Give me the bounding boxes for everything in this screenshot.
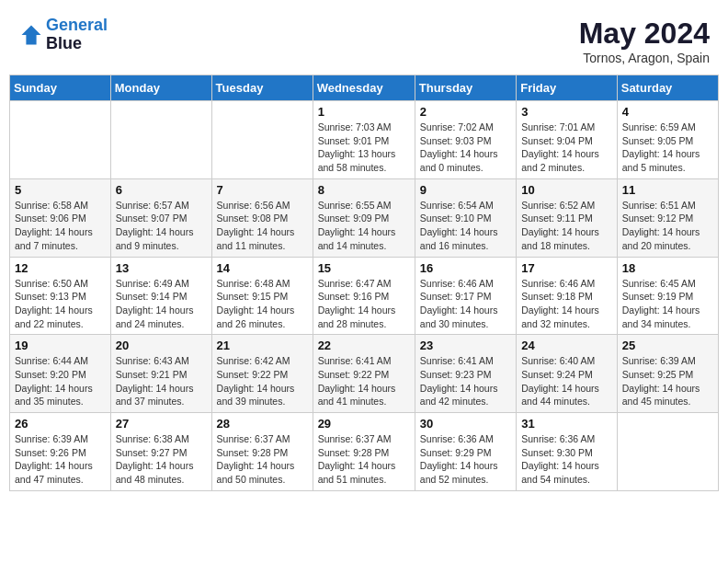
day-info: Sunrise: 6:43 AMSunset: 9:21 PMDaylight:… [116, 354, 207, 408]
weekday-header: Tuesday [211, 75, 313, 101]
day-info: Sunrise: 6:44 AMSunset: 9:20 PMDaylight:… [15, 354, 106, 408]
day-number: 29 [318, 417, 410, 431]
calendar-cell: 5Sunrise: 6:58 AMSunset: 9:06 PMDaylight… [10, 178, 111, 257]
calendar-cell: 29Sunrise: 6:37 AMSunset: 9:28 PMDayligh… [313, 413, 415, 491]
day-number: 11 [622, 183, 713, 197]
day-info: Sunrise: 6:39 AMSunset: 9:26 PMDaylight:… [15, 432, 106, 487]
calendar-cell: 7Sunrise: 6:56 AMSunset: 9:08 PMDaylight… [211, 178, 313, 257]
calendar-cell: 2Sunrise: 7:02 AMSunset: 9:03 PMDaylight… [415, 101, 516, 179]
day-info: Sunrise: 6:36 AMSunset: 9:29 PMDaylight:… [420, 432, 511, 487]
calendar-cell [10, 101, 111, 179]
day-info: Sunrise: 6:38 AMSunset: 9:27 PMDaylight:… [116, 432, 207, 487]
day-info: Sunrise: 6:37 AMSunset: 9:28 PMDaylight:… [217, 432, 308, 487]
calendar-cell: 22Sunrise: 6:41 AMSunset: 9:22 PMDayligh… [313, 335, 415, 413]
day-info: Sunrise: 6:48 AMSunset: 9:15 PMDaylight:… [217, 277, 308, 331]
calendar-cell: 13Sunrise: 6:49 AMSunset: 9:14 PMDayligh… [110, 257, 211, 335]
day-info: Sunrise: 6:45 AMSunset: 9:19 PMDaylight:… [622, 277, 713, 331]
day-number: 21 [217, 339, 308, 352]
day-info: Sunrise: 6:50 AMSunset: 9:13 PMDaylight:… [15, 277, 106, 331]
day-info: Sunrise: 6:55 AMSunset: 9:09 PMDaylight:… [318, 199, 410, 253]
day-number: 5 [15, 183, 106, 197]
day-info: Sunrise: 7:02 AMSunset: 9:03 PMDaylight:… [420, 121, 511, 175]
weekday-header: Wednesday [313, 75, 415, 101]
day-info: Sunrise: 6:54 AMSunset: 9:10 PMDaylight:… [420, 199, 511, 253]
day-number: 1 [318, 105, 410, 119]
calendar-cell [110, 101, 211, 179]
day-number: 24 [521, 339, 612, 352]
day-number: 15 [318, 261, 410, 275]
day-info: Sunrise: 6:40 AMSunset: 9:24 PMDaylight:… [521, 354, 612, 408]
day-number: 2 [420, 105, 511, 119]
logo: General Blue [18, 17, 108, 53]
calendar-week-row: 1Sunrise: 7:03 AMSunset: 9:01 PMDaylight… [10, 101, 719, 179]
calendar-cell: 27Sunrise: 6:38 AMSunset: 9:27 PMDayligh… [110, 413, 211, 491]
day-info: Sunrise: 6:52 AMSunset: 9:11 PMDaylight:… [521, 199, 612, 253]
calendar-cell [617, 413, 718, 491]
weekday-header: Friday [517, 75, 618, 101]
calendar-cell: 11Sunrise: 6:51 AMSunset: 9:12 PMDayligh… [617, 178, 718, 257]
calendar-cell: 18Sunrise: 6:45 AMSunset: 9:19 PMDayligh… [617, 257, 718, 335]
day-info: Sunrise: 7:01 AMSunset: 9:04 PMDaylight:… [521, 121, 612, 175]
calendar-week-row: 26Sunrise: 6:39 AMSunset: 9:26 PMDayligh… [10, 413, 719, 491]
day-number: 13 [116, 261, 207, 275]
page-header: General Blue May 2024 Tornos, Aragon, Sp… [9, 9, 719, 69]
day-number: 14 [217, 261, 308, 275]
calendar-cell: 12Sunrise: 6:50 AMSunset: 9:13 PMDayligh… [10, 257, 111, 335]
calendar-cell: 30Sunrise: 6:36 AMSunset: 9:29 PMDayligh… [415, 413, 516, 491]
calendar-cell: 3Sunrise: 7:01 AMSunset: 9:04 PMDaylight… [517, 101, 618, 179]
calendar-table: SundayMondayTuesdayWednesdayThursdayFrid… [9, 75, 719, 491]
day-number: 10 [521, 183, 612, 197]
day-number: 12 [15, 261, 106, 275]
day-info: Sunrise: 6:39 AMSunset: 9:25 PMDaylight:… [622, 354, 713, 408]
calendar-cell: 14Sunrise: 6:48 AMSunset: 9:15 PMDayligh… [211, 257, 313, 335]
calendar-cell: 4Sunrise: 6:59 AMSunset: 9:05 PMDaylight… [617, 101, 718, 179]
calendar-cell: 23Sunrise: 6:41 AMSunset: 9:23 PMDayligh… [415, 335, 516, 413]
calendar-cell: 31Sunrise: 6:36 AMSunset: 9:30 PMDayligh… [517, 413, 618, 491]
calendar-cell: 10Sunrise: 6:52 AMSunset: 9:11 PMDayligh… [517, 178, 618, 257]
day-number: 28 [217, 417, 308, 431]
day-number: 25 [622, 339, 713, 352]
weekday-header-row: SundayMondayTuesdayWednesdayThursdayFrid… [10, 75, 719, 101]
calendar-cell: 17Sunrise: 6:46 AMSunset: 9:18 PMDayligh… [517, 257, 618, 335]
location: Tornos, Aragon, Spain [579, 51, 710, 65]
logo-icon [18, 22, 44, 48]
day-info: Sunrise: 7:03 AMSunset: 9:01 PMDaylight:… [318, 121, 410, 175]
calendar-cell: 19Sunrise: 6:44 AMSunset: 9:20 PMDayligh… [10, 335, 111, 413]
day-info: Sunrise: 6:42 AMSunset: 9:22 PMDaylight:… [217, 354, 308, 408]
calendar-week-row: 5Sunrise: 6:58 AMSunset: 9:06 PMDaylight… [10, 178, 719, 257]
day-number: 22 [318, 339, 410, 352]
calendar-cell: 21Sunrise: 6:42 AMSunset: 9:22 PMDayligh… [211, 335, 313, 413]
day-info: Sunrise: 6:51 AMSunset: 9:12 PMDaylight:… [622, 199, 713, 253]
day-info: Sunrise: 6:57 AMSunset: 9:07 PMDaylight:… [116, 199, 207, 253]
day-number: 18 [622, 261, 713, 275]
day-info: Sunrise: 6:58 AMSunset: 9:06 PMDaylight:… [15, 199, 106, 253]
day-info: Sunrise: 6:56 AMSunset: 9:08 PMDaylight:… [217, 199, 308, 253]
day-info: Sunrise: 6:37 AMSunset: 9:28 PMDaylight:… [318, 432, 410, 487]
title-block: May 2024 Tornos, Aragon, Spain [579, 17, 710, 65]
day-number: 26 [15, 417, 106, 431]
calendar-cell: 25Sunrise: 6:39 AMSunset: 9:25 PMDayligh… [617, 335, 718, 413]
calendar-week-row: 12Sunrise: 6:50 AMSunset: 9:13 PMDayligh… [10, 257, 719, 335]
day-info: Sunrise: 6:41 AMSunset: 9:22 PMDaylight:… [318, 354, 410, 408]
calendar-cell: 1Sunrise: 7:03 AMSunset: 9:01 PMDaylight… [313, 101, 415, 179]
weekday-header: Thursday [415, 75, 516, 101]
day-number: 6 [116, 183, 207, 197]
svg-marker-0 [22, 25, 41, 44]
calendar-cell: 15Sunrise: 6:47 AMSunset: 9:16 PMDayligh… [313, 257, 415, 335]
day-number: 23 [420, 339, 511, 352]
calendar-cell: 9Sunrise: 6:54 AMSunset: 9:10 PMDaylight… [415, 178, 516, 257]
day-number: 4 [622, 105, 713, 119]
calendar-week-row: 19Sunrise: 6:44 AMSunset: 9:20 PMDayligh… [10, 335, 719, 413]
calendar-cell: 8Sunrise: 6:55 AMSunset: 9:09 PMDaylight… [313, 178, 415, 257]
day-number: 16 [420, 261, 511, 275]
logo-text: General Blue [46, 17, 108, 53]
weekday-header: Saturday [617, 75, 718, 101]
calendar-cell: 28Sunrise: 6:37 AMSunset: 9:28 PMDayligh… [211, 413, 313, 491]
calendar-cell: 24Sunrise: 6:40 AMSunset: 9:24 PMDayligh… [517, 335, 618, 413]
day-info: Sunrise: 6:47 AMSunset: 9:16 PMDaylight:… [318, 277, 410, 331]
calendar-cell: 26Sunrise: 6:39 AMSunset: 9:26 PMDayligh… [10, 413, 111, 491]
day-number: 30 [420, 417, 511, 431]
month-year: May 2024 [579, 17, 710, 51]
day-info: Sunrise: 6:46 AMSunset: 9:17 PMDaylight:… [420, 277, 511, 331]
day-info: Sunrise: 6:46 AMSunset: 9:18 PMDaylight:… [521, 277, 612, 331]
